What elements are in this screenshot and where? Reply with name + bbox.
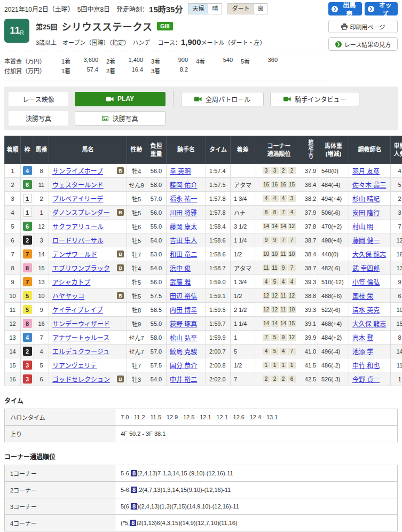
horse-number: 8 [34,164,49,178]
horse-link[interactable]: サンライズホープ [52,166,103,175]
jockey-link[interactable]: 川田 将雅 [170,209,197,217]
body-weight: 486(-2) [318,358,349,372]
trainer-link[interactable]: 大久保 龍志 [352,251,386,259]
horse-link[interactable]: アナザートゥルース [52,333,109,342]
sex-age: 牡6 [127,220,146,233]
trainer-link[interactable]: 佐々木 晶三 [352,182,386,189]
jockey-interview-button[interactable]: 騎手インタビュー [270,92,359,106]
odds-button[interactable]: ❯オッズ [365,2,398,15]
winner-number-highlight: 8 [130,520,136,526]
jockey-link[interactable]: 藤岡 康太 [170,223,197,231]
printer-icon [341,24,348,30]
jockey-link[interactable]: 鮫島 克駿 [170,348,197,356]
horse-name-wrap: ハヤヤッコB [52,291,125,300]
horse-link[interactable]: リアンヴェリテ [52,361,97,370]
race-edition: 第25回 [36,21,57,32]
corner-chip: 4 [263,278,270,285]
corner-chip: 4 [271,195,279,202]
horse-link[interactable]: エルデュクラージュ [52,347,109,356]
horse-link[interactable]: アシャカトブ [52,277,91,286]
corner-positions: 111197 [255,261,303,275]
prize-pair: 5着360 [233,57,278,65]
horse-link[interactable]: テンザワールド [52,249,97,259]
sex-age: 牡3 [127,372,146,386]
horse-link[interactable]: ハヤヤッコ [52,291,84,300]
jockey-link[interactable]: 浜中 俊 [170,265,191,272]
jockey-link[interactable]: 和田 竜二 [170,251,197,259]
time-row-label: ハロンタイム [5,409,115,426]
trainer-link[interactable]: 羽月 友彦 [352,168,380,175]
horse-link[interactable]: エブリワンブラック [52,263,110,272]
corner-chip: 11 [280,251,287,257]
trainer-link[interactable]: 村山 明 [352,223,373,231]
jockey-link[interactable]: 中井 裕二 [170,376,197,384]
corner-chip: 16 [271,181,279,188]
trainer-link[interactable]: 池添 学 [352,348,373,356]
trainer-link[interactable]: 高木 登 [352,334,373,342]
trainer-link[interactable]: 中竹 和也 [352,362,380,370]
result-row: 623ロードリバーサル牡554.0吉田 隼人1:58.61 1/4997738.… [5,233,402,247]
margin: 1/2 [231,247,255,261]
photo-icon [102,116,108,121]
horse-link[interactable]: ゴッドセレクション [52,374,110,384]
frame-number-badge: 3 [23,361,32,370]
frame-cell: 2 [21,345,34,358]
entry-table-button[interactable]: ❯出馬表 [328,2,362,15]
horse-name-cell: ロードリバーサル [49,233,127,247]
trainer-link[interactable]: 今野 貞一 [352,376,380,384]
jockey-link[interactable]: 福永 祐一 [170,195,197,203]
horse-link[interactable]: ブルベアイリーデ [52,194,103,203]
frame-number-badge: 2 [23,347,32,356]
winner-number-highlight: 8 [131,503,137,510]
trainer-link[interactable]: 安田 隆行 [352,209,380,217]
trainer-link[interactable]: 杉山 晴紀 [352,195,380,203]
column-header: 枠 [21,136,34,164]
print-page-button[interactable]: 印刷用ページ [328,20,398,33]
jockey-link[interactable]: 荻野 琢真 [170,320,197,328]
horse-number: 12 [34,220,49,233]
jockey-link[interactable]: 藤岡 佑介 [170,182,197,189]
horse-link[interactable]: ケイティブレイブ [52,305,103,314]
trainer-link[interactable]: 武 幸四郎 [352,265,380,272]
finish-time: 1:58.6 [206,233,231,247]
horse-link[interactable]: ダノンスプレンダー [52,208,109,217]
jockey-link[interactable]: 松山 弘平 [170,334,197,342]
prize-pair: 3着900 [143,57,188,65]
jockey-link[interactable]: 武藤 雅 [170,279,191,286]
trainer-link[interactable]: 清水 英克 [352,307,380,314]
horse-link[interactable]: ロードリバーサル [52,236,104,245]
finish-photo-button[interactable]: 決勝写真 [75,111,165,126]
patrol-video-button[interactable]: 全周パトロール [181,92,264,106]
jockey-link[interactable]: 内田 博幸 [170,307,197,314]
frame-number-badge: 1 [23,194,32,203]
load-weight: 57.0 [146,345,167,358]
horse-name-wrap: ダノンスプレンダーB [52,208,125,217]
jockey-link[interactable]: 吉田 隼人 [170,237,197,245]
body-weight: 482(-6) [318,261,349,275]
trainer-link[interactable]: 藤岡 健一 [352,237,380,245]
horse-link[interactable]: ウェスタールンド [52,180,104,189]
play-video-button[interactable]: PLAY [75,92,165,106]
jockey-cell: 中井 裕二 [167,372,206,386]
last-3f: 38.4 [303,247,318,261]
jockey-link[interactable]: 国分 恭介 [170,362,197,370]
corner-chip: 7 [280,209,287,216]
horse-name-cell: サンデーウィザード [49,317,127,331]
column-header: 馬名 [49,136,127,164]
corner-row: 1コーナー5-6,8(2,4,13)7-1,3,14,15-(9,10)-(12… [5,465,398,482]
finish-time: 2:00.8 [206,358,231,372]
load-weight: 57.0 [146,192,167,206]
jockey-cell: 幸 英明 [167,164,206,178]
horse-link[interactable]: サンデーウィザード [52,319,110,328]
trainer-link[interactable]: 小笠 倫弘 [352,279,380,286]
result-guide-button[interactable]: ❯レース結果の見方 [328,37,398,51]
frame-cell: 3 [21,372,34,386]
jockey-link[interactable]: 幸 英明 [170,168,191,175]
finish-position: 2 [5,178,21,192]
trainer-link[interactable]: 国枝 栄 [352,293,373,300]
jockey-link[interactable]: 田辺 裕信 [170,293,197,300]
trainer-link[interactable]: 大久保 龍志 [352,320,386,328]
horse-link[interactable]: サクラアリュール [52,222,104,231]
finish-position: 11 [5,303,21,317]
frame-number-badge: 5 [23,305,32,314]
